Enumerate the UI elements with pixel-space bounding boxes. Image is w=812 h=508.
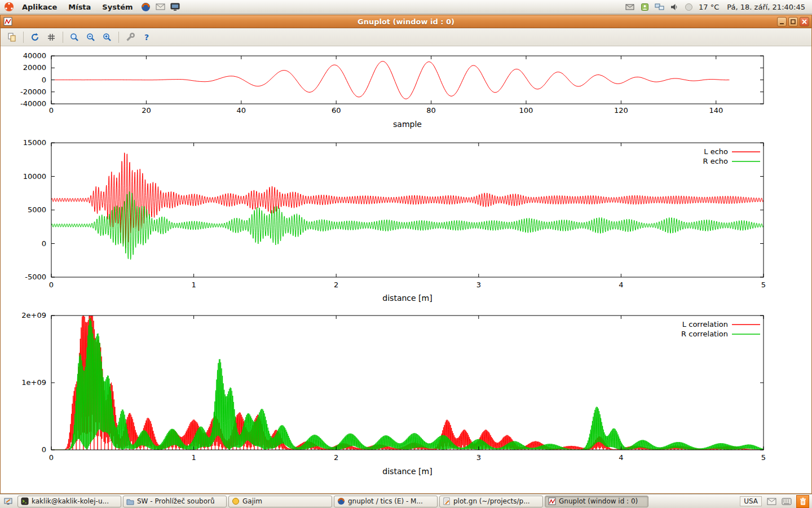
taskbar-item-terminal[interactable]: kaklik@kaklik-kolej-u... [17, 496, 121, 507]
svg-text:L correlation: L correlation [682, 320, 728, 329]
svg-text:0: 0 [49, 106, 54, 115]
window-list: kaklik@kaklik-kolej-u... SW - Prohlížeč … [17, 496, 648, 507]
svg-text:60: 60 [332, 106, 341, 115]
svg-text:-5000: -5000 [25, 273, 46, 281]
titlebar[interactable]: Gnuplot (window id : 0) [1, 15, 811, 28]
svg-text:3: 3 [476, 281, 481, 289]
session-icon[interactable] [639, 1, 650, 12]
chart-signal[interactable]: 020406080100120140-40000-200000200004000… [1, 51, 812, 135]
svg-text:-40000: -40000 [20, 99, 46, 108]
toggle-grid-button[interactable] [45, 30, 58, 44]
previous-zoom-button[interactable] [68, 30, 81, 44]
svg-text:2e+09: 2e+09 [21, 311, 46, 319]
weather-icon[interactable] [683, 1, 694, 12]
svg-text:4: 4 [619, 453, 623, 462]
keyboard-tray-icon[interactable] [781, 496, 792, 507]
taskbar-item-label: Gajim [242, 497, 262, 505]
maximize-button[interactable] [788, 17, 798, 27]
configure-button[interactable] [123, 30, 137, 44]
svg-text:0: 0 [42, 445, 46, 454]
toolbar-separator [23, 32, 24, 43]
replot-button[interactable] [28, 30, 42, 44]
svg-text:R echo: R echo [703, 157, 728, 165]
svg-text:R correlation: R correlation [681, 330, 728, 338]
svg-text:sample: sample [393, 120, 422, 129]
svg-text:1: 1 [191, 453, 196, 462]
temperature-indicator[interactable]: 17 °C [698, 3, 720, 11]
svg-text:40: 40 [237, 106, 246, 115]
toolbar-separator [118, 32, 119, 43]
zoom-out-button[interactable] [84, 30, 98, 44]
help-button[interactable]: ? [140, 30, 153, 44]
close-button[interactable] [800, 17, 809, 27]
toolbar: ? [1, 28, 811, 46]
mail-launcher-icon[interactable] [155, 1, 166, 12]
menu-places[interactable]: Místa [64, 2, 95, 12]
svg-text:1: 1 [191, 281, 196, 289]
firefox-launcher-icon[interactable] [140, 1, 152, 12]
svg-text:distance [m]: distance [m] [382, 467, 432, 476]
svg-text:100: 100 [519, 106, 533, 115]
chart-correlation[interactable]: 01234501e+092e+09distance [m]L correlati… [1, 311, 812, 480]
taskbar-item-firefox[interactable]: gnuplot / tics (E) - M... [334, 496, 438, 507]
taskbar-item-label: SW - Prohlížeč souborů [137, 497, 215, 505]
minimize-button[interactable] [777, 17, 787, 27]
svg-text:20000: 20000 [23, 63, 46, 72]
svg-text:20: 20 [142, 106, 151, 115]
svg-text:0: 0 [42, 76, 46, 84]
svg-text:distance [m]: distance [m] [382, 294, 432, 303]
svg-text:80: 80 [426, 106, 436, 115]
menu-system[interactable]: Systém [98, 2, 136, 12]
network-icon[interactable] [654, 1, 665, 12]
svg-text:40000: 40000 [23, 51, 46, 60]
svg-text:0: 0 [42, 239, 46, 248]
window-title: Gnuplot (window id : 0) [358, 17, 454, 26]
taskbar-item-file-manager[interactable]: SW - Prohlížeč souborů [123, 496, 227, 507]
svg-text:2: 2 [334, 281, 338, 289]
taskbar-item-gnuplot[interactable]: Gnuplot (window id : 0) [545, 496, 648, 507]
bottom-taskbar: kaklik@kaklik-kolej-u... SW - Prohlížeč … [0, 494, 812, 508]
screenshot-launcher-icon[interactable] [170, 1, 181, 12]
top-panel: Aplikace Místa Systém 17 °C Pá, 18. září… [0, 0, 812, 14]
gnuplot-window-icon [3, 17, 12, 28]
svg-text:3: 3 [476, 453, 481, 462]
toolbar-separator [63, 32, 63, 43]
taskbar-item-label: kaklik@kaklik-kolej-u... [32, 497, 109, 505]
clock[interactable]: Pá, 18. září, 21:40:45 [723, 3, 809, 11]
keyboard-layout-indicator[interactable]: USA [740, 496, 762, 506]
svg-text:2: 2 [334, 453, 338, 462]
ubuntu-logo-icon[interactable] [3, 1, 15, 12]
svg-text:-20000: -20000 [20, 87, 46, 96]
menu-applications[interactable]: Aplikace [18, 2, 61, 12]
plot-area: 020406080100120140-40000-200000200004000… [1, 47, 811, 493]
taskbar-item-gajim[interactable]: Gajim [228, 496, 332, 507]
mail-notification-icon[interactable] [624, 1, 636, 12]
taskbar-item-label: Gnuplot (window id : 0) [559, 497, 638, 505]
svg-text:120: 120 [614, 106, 628, 115]
svg-text:0: 0 [49, 281, 54, 289]
show-desktop-button[interactable] [2, 495, 15, 507]
svg-text:1e+09: 1e+09 [21, 378, 46, 387]
svg-text:5: 5 [761, 453, 766, 462]
chart-echo[interactable]: 012345-5000050001000015000distance [m]L … [1, 138, 812, 308]
volume-icon[interactable] [668, 1, 679, 12]
taskbar-item-label: gnuplot / tics (E) - M... [348, 497, 423, 505]
svg-text:5000: 5000 [28, 205, 46, 214]
mail-tray-icon[interactable] [766, 496, 777, 507]
svg-text:5: 5 [761, 281, 766, 289]
gnuplot-window: Gnuplot (window id : 0) [0, 15, 812, 494]
svg-text:0: 0 [49, 453, 54, 462]
copy-to-clipboard-button[interactable] [5, 30, 19, 44]
svg-text:4: 4 [619, 281, 623, 289]
svg-text:140: 140 [709, 106, 723, 115]
trash-applet[interactable] [796, 495, 809, 508]
svg-text:L echo: L echo [704, 147, 728, 156]
taskbar-item-label: plot.gn (~/projects/p... [453, 497, 530, 505]
svg-text:?: ? [144, 33, 149, 42]
svg-text:10000: 10000 [23, 172, 46, 181]
svg-text:15000: 15000 [23, 138, 46, 147]
taskbar-item-text-editor[interactable]: plot.gn (~/projects/p... [439, 496, 543, 507]
zoom-in-button[interactable] [100, 30, 114, 44]
